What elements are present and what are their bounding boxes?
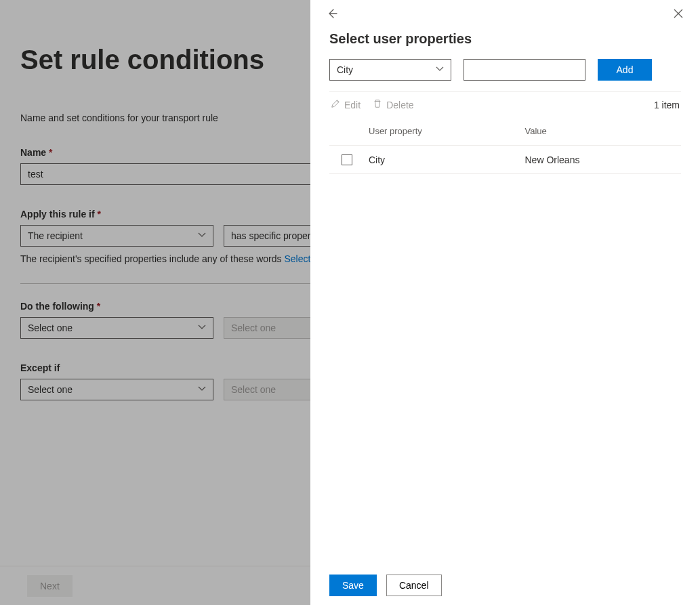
row-property: City <box>369 154 525 165</box>
back-icon[interactable] <box>324 5 340 22</box>
delete-button-label: Delete <box>386 100 413 110</box>
add-button[interactable]: Add <box>598 59 652 81</box>
select-user-properties-panel: Select user properties City Add <box>310 0 700 605</box>
cancel-button[interactable]: Cancel <box>386 575 442 596</box>
pencil-icon <box>331 99 340 110</box>
chevron-down-icon <box>436 65 444 75</box>
properties-table: User property Value CityNew Orleans <box>329 117 681 174</box>
row-value: New Orleans <box>525 154 682 165</box>
save-button[interactable]: Save <box>329 575 377 596</box>
property-value-input[interactable] <box>464 59 585 81</box>
trash-icon <box>373 99 382 110</box>
table-row[interactable]: CityNew Orleans <box>329 146 681 174</box>
edit-button[interactable]: Edit <box>331 99 361 110</box>
panel-title: Select user properties <box>329 31 681 47</box>
delete-button[interactable]: Delete <box>373 99 413 110</box>
edit-button-label: Edit <box>344 100 361 110</box>
property-select[interactable]: City <box>329 59 451 81</box>
column-header-value[interactable]: Value <box>525 126 682 136</box>
property-select-value: City <box>337 64 353 75</box>
row-checkbox[interactable] <box>342 154 352 165</box>
close-icon[interactable] <box>670 5 686 22</box>
column-header-property[interactable]: User property <box>369 126 525 136</box>
item-count: 1 item <box>654 100 680 110</box>
